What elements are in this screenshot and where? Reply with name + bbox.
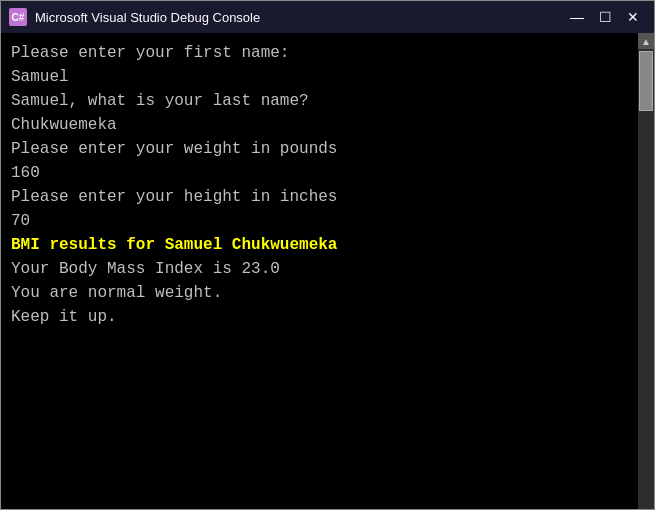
- console-line: Please enter your height in inches: [11, 185, 628, 209]
- console-line: Chukwuemeka: [11, 113, 628, 137]
- console-line: Samuel: [11, 65, 628, 89]
- scrollbar[interactable]: ▲: [638, 33, 654, 509]
- console-line: Your Body Mass Index is 23.0: [11, 257, 628, 281]
- scroll-thumb[interactable]: [639, 51, 653, 111]
- window-controls: — ☐ ✕: [564, 6, 646, 28]
- app-icon: C#: [9, 8, 27, 26]
- console-line: Please enter your weight in pounds: [11, 137, 628, 161]
- console-line: You are normal weight.: [11, 281, 628, 305]
- minimize-button[interactable]: —: [564, 6, 590, 28]
- title-bar: C# Microsoft Visual Studio Debug Console…: [1, 1, 654, 33]
- console-area: Please enter your first name:SamuelSamue…: [1, 33, 654, 509]
- console-line: 70: [11, 209, 628, 233]
- console-output: Please enter your first name:SamuelSamue…: [1, 33, 638, 509]
- console-line: 160: [11, 161, 628, 185]
- window-title: Microsoft Visual Studio Debug Console: [35, 10, 564, 25]
- close-button[interactable]: ✕: [620, 6, 646, 28]
- console-line: BMI results for Samuel Chukwuemeka: [11, 233, 628, 257]
- scroll-up-arrow[interactable]: ▲: [638, 33, 654, 49]
- console-line: Keep it up.: [11, 305, 628, 329]
- console-line: Please enter your first name:: [11, 41, 628, 65]
- console-line: Samuel, what is your last name?: [11, 89, 628, 113]
- maximize-button[interactable]: ☐: [592, 6, 618, 28]
- window: C# Microsoft Visual Studio Debug Console…: [0, 0, 655, 510]
